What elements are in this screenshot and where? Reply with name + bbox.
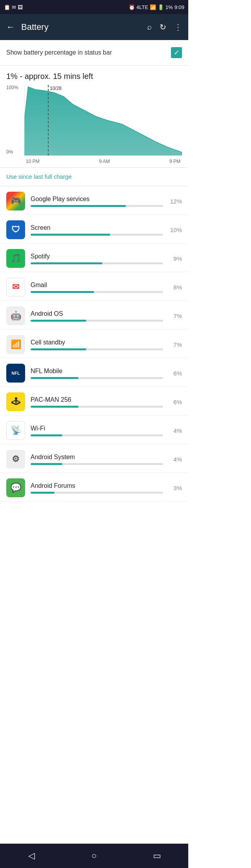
app-list: 🎮 Google Play services 12% 🛡 Screen 10% …: [0, 186, 188, 502]
app-list-item[interactable]: 🕹 PAC-MAN 256 6%: [0, 387, 188, 416]
status-bar: 📋 ✉ 🖼 ⏰ 4LTE 📶 🔋 1% 9:09: [0, 0, 188, 14]
search-button[interactable]: ⌕: [147, 22, 152, 32]
chart-y-labels: 100% 0%: [6, 85, 24, 156]
chart-x-labels: 10 PM 9 AM 9 PM: [24, 156, 182, 167]
progress-bar-fill: [31, 463, 62, 465]
app-icon-cell: 📶: [6, 335, 25, 354]
chart-y-bottom: 0%: [6, 149, 24, 155]
progress-bar-bg: [31, 348, 163, 350]
progress-bar-bg: [31, 320, 163, 322]
recents-nav-button[interactable]: ▭: [145, 848, 169, 864]
app-list-item[interactable]: NFL NFL Mobile 6%: [0, 358, 188, 387]
app-icon-forums: 💬: [6, 478, 25, 497]
battery-chart: 100% 0%: [6, 85, 182, 167]
app-list-item[interactable]: 🎮 Google Play services 12%: [0, 186, 188, 215]
app-name: Android System: [31, 454, 163, 461]
network-type-label: 4LTE: [136, 4, 148, 10]
app-info: Google Play services: [31, 196, 163, 207]
progress-bar-fill: [31, 492, 55, 494]
progress-bar-bg: [31, 377, 163, 379]
app-pct: 3%: [168, 485, 182, 491]
app-icon-nfl: NFL: [6, 364, 25, 383]
app-list-item[interactable]: 📶 Cell standby 7%: [0, 330, 188, 358]
app-list-item[interactable]: 📡 Wi-Fi 4%: [0, 416, 188, 444]
app-name: NFL Mobile: [31, 368, 163, 375]
battery-status-section: 1% - approx. 15 mins left 100% 0%: [0, 66, 188, 168]
app-pct: 10%: [168, 227, 182, 233]
progress-bar-fill: [31, 205, 126, 207]
notification-icon-3: 🖼: [18, 4, 23, 10]
status-left-icons: 📋 ✉ 🖼: [4, 4, 23, 10]
notification-icon-1: 📋: [4, 4, 10, 10]
page-title: Battery: [21, 22, 147, 32]
app-name: Cell standby: [31, 339, 163, 346]
chart-date-marker: [48, 85, 49, 156]
app-info: Screen: [31, 224, 163, 236]
app-icon-wifi: 📡: [6, 421, 25, 440]
app-info: NFL Mobile: [31, 368, 163, 379]
app-pct: 8%: [168, 284, 182, 291]
app-info: Wi-Fi: [31, 425, 163, 436]
progress-bar-bg: [31, 463, 163, 465]
progress-bar-bg: [31, 406, 163, 408]
app-pct: 7%: [168, 341, 182, 348]
progress-bar-fill: [31, 291, 94, 293]
app-info: Gmail: [31, 282, 163, 293]
app-info: Cell standby: [31, 339, 163, 350]
app-icon-android: 🤖: [6, 306, 25, 325]
back-button[interactable]: ←: [6, 22, 15, 32]
notification-icon-2: ✉: [12, 4, 16, 10]
chart-x-left: 10 PM: [26, 159, 40, 164]
battery-icon: 🔋: [158, 4, 164, 10]
app-list-item[interactable]: 🎵 Spotify 9%: [0, 244, 188, 272]
app-name: Android OS: [31, 310, 163, 317]
progress-bar-bg: [31, 291, 163, 293]
progress-bar-fill: [31, 348, 86, 350]
battery-pct-checkbox[interactable]: ✓: [171, 47, 182, 58]
app-icon-screen: 🛡: [6, 220, 25, 239]
chart-date-label: 10/28: [50, 86, 62, 91]
app-name: Spotify: [31, 253, 163, 260]
progress-bar-fill: [31, 320, 86, 322]
status-right-icons: ⏰ 4LTE 📶 🔋 1% 9:09: [129, 4, 184, 10]
progress-bar-bg: [31, 262, 163, 264]
progress-bar-fill: [31, 262, 102, 264]
bottom-nav: ◁ ○ ▭: [0, 844, 188, 868]
use-since-label: Use since last full charge: [6, 173, 72, 180]
use-since-section[interactable]: Use since last full charge: [0, 168, 188, 186]
app-info: PAC-MAN 256: [31, 396, 163, 408]
alarm-icon: ⏰: [129, 4, 135, 10]
app-list-item[interactable]: 💬 Android Forums 3%: [0, 473, 188, 502]
more-options-button[interactable]: ⋮: [174, 22, 182, 32]
app-info: Android OS: [31, 310, 163, 322]
app-icon-pacman: 🕹: [6, 392, 25, 411]
app-name: Wi-Fi: [31, 425, 163, 432]
progress-bar-bg: [31, 492, 163, 494]
progress-bar-bg: [31, 205, 163, 207]
app-info: Spotify: [31, 253, 163, 264]
app-bar-actions: ⌕ ↻ ⋮: [147, 22, 182, 32]
progress-bar-fill: [31, 434, 62, 436]
app-icon-google-play: 🎮: [6, 192, 25, 211]
refresh-button[interactable]: ↻: [160, 22, 166, 32]
app-name: Android Forums: [31, 482, 163, 489]
home-nav-button[interactable]: ○: [82, 848, 106, 864]
progress-bar-bg: [31, 434, 163, 436]
app-list-item[interactable]: 🛡 Screen 10%: [0, 215, 188, 244]
chart-svg-area: 10/28: [24, 85, 182, 156]
app-list-item[interactable]: ✉ Gmail 8%: [0, 272, 188, 301]
app-icon-spotify: 🎵: [6, 249, 25, 268]
app-list-item[interactable]: ⚙ Android System 4%: [0, 444, 188, 473]
battery-pct-toggle-row[interactable]: Show battery percentage in status bar ✓: [0, 40, 188, 66]
progress-bar-fill: [31, 406, 78, 408]
battery-pct-status: 1%: [166, 4, 173, 10]
battery-pct-label: Show battery percentage in status bar: [6, 49, 171, 56]
back-nav-button[interactable]: ◁: [20, 848, 43, 864]
content-area: Show battery percentage in status bar ✓ …: [0, 40, 188, 502]
app-pct: 6%: [168, 399, 182, 405]
app-name: PAC-MAN 256: [31, 396, 163, 403]
app-info: Android System: [31, 454, 163, 465]
signal-icon: 📶: [150, 4, 156, 10]
app-list-item[interactable]: 🤖 Android OS 7%: [0, 301, 188, 330]
app-info: Android Forums: [31, 482, 163, 494]
